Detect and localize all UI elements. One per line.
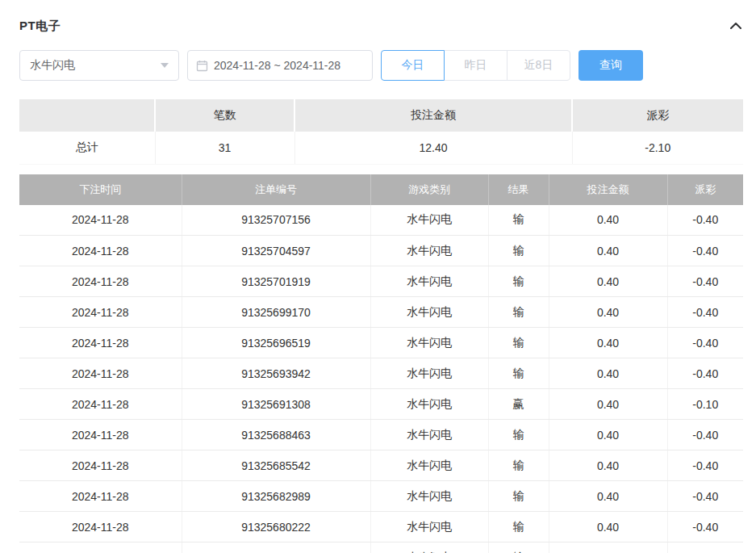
summary-payout-value: -2.10 (572, 132, 743, 164)
bet-amount-cell: 0.40 (549, 266, 667, 297)
result-cell: 输 (488, 297, 549, 328)
summary-table: 笔数 投注金额 派彩 总计 31 12.40 -2.10 (19, 99, 743, 165)
game-type-cell: 水牛闪电 (370, 205, 488, 236)
column-header-order-id: 注单编号 (182, 174, 370, 205)
summary-total-row: 总计 31 12.40 -2.10 (19, 132, 743, 164)
quick-range-8days-button[interactable]: 近8日 (507, 50, 570, 81)
game-select-value: 水牛闪电 (30, 58, 75, 73)
payout-cell: -0.40 (667, 450, 743, 481)
column-header-result: 结果 (488, 174, 549, 205)
bet-amount-cell: 0.40 (549, 236, 667, 266)
game-type-cell: 水牛闪电 (370, 543, 488, 553)
date-range-input[interactable]: 2024-11-28 ~ 2024-11-28 (187, 50, 373, 81)
game-type-cell: 水牛闪电 (370, 450, 488, 481)
summary-header-bet-amount: 投注金额 (294, 99, 572, 132)
quick-range-today-button[interactable]: 今日 (381, 50, 445, 81)
game-type-cell: 水牛闪电 (370, 297, 488, 328)
game-type-cell: 水牛闪电 (370, 512, 488, 543)
result-cell: 输 (488, 543, 549, 553)
order-id-cell (182, 543, 370, 553)
bet-records-table: 下注时间 注单编号 游戏类别 结果 投注金额 派彩 2024-11-289132… (19, 174, 743, 553)
table-row: 2024-11-2891325691308水牛闪电赢0.40-0.10 (19, 389, 743, 420)
payout-cell: -0.40 (667, 328, 743, 358)
result-cell: 输 (488, 358, 549, 389)
column-header-game-type: 游戏类别 (370, 174, 488, 205)
collapse-panel-button[interactable] (729, 21, 743, 31)
order-id-cell: 91325699170 (182, 297, 370, 328)
bet-time-cell: 2024-11-28 (19, 481, 182, 512)
game-select[interactable]: 水牛闪电 (19, 50, 179, 81)
order-id-cell: 91325685542 (182, 450, 370, 481)
result-cell: 赢 (488, 389, 549, 420)
payout-cell: -0.40 (667, 205, 743, 236)
table-row: 2024-11-2891325680222水牛闪电输0.40-0.40 (19, 512, 743, 543)
table-row: 2024-11-2891325688463水牛闪电输0.40-0.40 (19, 420, 743, 450)
table-row: 2024-11-2891325693942水牛闪电输0.40-0.40 (19, 358, 743, 389)
calendar-icon (196, 60, 208, 72)
result-cell: 输 (488, 328, 549, 358)
game-type-cell: 水牛闪电 (370, 236, 488, 266)
bet-time-cell: 2024-11-28 (19, 420, 182, 450)
order-id-cell: 91325682989 (182, 481, 370, 512)
game-type-cell: 水牛闪电 (370, 266, 488, 297)
column-header-bet-amount: 投注金额 (549, 174, 667, 205)
quick-range-yesterday-button[interactable]: 昨日 (444, 50, 507, 81)
table-row: 2024-11-2891325701919水牛闪电输0.40-0.40 (19, 266, 743, 297)
column-header-payout: 派彩 (667, 174, 743, 205)
payout-cell: -0.10 (667, 389, 743, 420)
bet-amount-cell: 0.40 (549, 358, 667, 389)
summary-bet-amount-value: 12.40 (294, 132, 572, 164)
bet-amount-cell: 0.40 (549, 297, 667, 328)
payout-cell: -0.40 (667, 420, 743, 450)
game-type-cell: 水牛闪电 (370, 420, 488, 450)
game-type-cell: 水牛闪电 (370, 389, 488, 420)
payout-cell: -0.40 (667, 358, 743, 389)
chevron-up-icon (730, 23, 741, 29)
order-id-cell: 91325691308 (182, 389, 370, 420)
search-button[interactable]: 查询 (578, 50, 643, 81)
bet-time-cell: 2024-11-28 (19, 297, 182, 328)
summary-header-row: 笔数 投注金额 派彩 (19, 99, 743, 132)
payout-cell: -0.40 (667, 266, 743, 297)
date-range-value: 2024-11-28 ~ 2024-11-28 (214, 59, 340, 72)
bet-time-cell: 2024-11-28 (19, 205, 182, 236)
result-cell: 输 (488, 236, 549, 266)
result-cell: 输 (488, 205, 549, 236)
bet-amount-cell: 0.40 (549, 420, 667, 450)
bet-time-cell: 2024-11-28 (19, 358, 182, 389)
panel-title: PT电子 (19, 19, 61, 34)
chevron-down-icon (161, 63, 169, 68)
bet-amount-cell: 0.40 (549, 481, 667, 512)
bet-time-cell: 2024-11-28 (19, 512, 182, 543)
bet-time-cell: 2024-11-28 (19, 236, 182, 266)
table-row: 2024-11-2891325696519水牛闪电输0.40-0.40 (19, 328, 743, 358)
panel-header: PT电子 (19, 18, 743, 34)
bet-amount-cell: 0.40 (549, 512, 667, 543)
order-id-cell: 91325696519 (182, 328, 370, 358)
pt-games-panel: PT电子 水牛闪电 2024-11-28 ~ 2024-11-28 (19, 0, 743, 553)
bet-time-cell: 2024-11-28 (19, 266, 182, 297)
bet-time-cell (19, 543, 182, 553)
bet-amount-cell: 0.40 (549, 450, 667, 481)
quick-range-group: 今日 昨日 近8日 (381, 50, 570, 81)
payout-cell: -0.40 (667, 512, 743, 543)
bet-amount-cell: 0.40 (549, 328, 667, 358)
order-id-cell: 91325704597 (182, 236, 370, 266)
result-cell: 输 (488, 512, 549, 543)
records-header-row: 下注时间 注单编号 游戏类别 结果 投注金额 派彩 (19, 174, 743, 205)
result-cell: 输 (488, 266, 549, 297)
order-id-cell: 91325680222 (182, 512, 370, 543)
order-id-cell: 91325701919 (182, 266, 370, 297)
order-id-cell: 91325707156 (182, 205, 370, 236)
payout-cell: -0.40 (667, 481, 743, 512)
table-row: 2024-11-2891325707156水牛闪电输0.40-0.40 (19, 205, 743, 236)
column-header-bet-time: 下注时间 (19, 174, 182, 205)
order-id-cell: 91325693942 (182, 358, 370, 389)
table-row: 2024-11-2891325699170水牛闪电输0.40-0.40 (19, 297, 743, 328)
table-row: 2024-11-2891325685542水牛闪电输0.40-0.40 (19, 450, 743, 481)
table-row: 水牛闪电输 (19, 543, 743, 553)
result-cell: 输 (488, 420, 549, 450)
bet-table-body: 2024-11-2891325707156水牛闪电输0.40-0.402024-… (19, 205, 743, 553)
payout-cell: -0.40 (667, 236, 743, 266)
result-cell: 输 (488, 450, 549, 481)
